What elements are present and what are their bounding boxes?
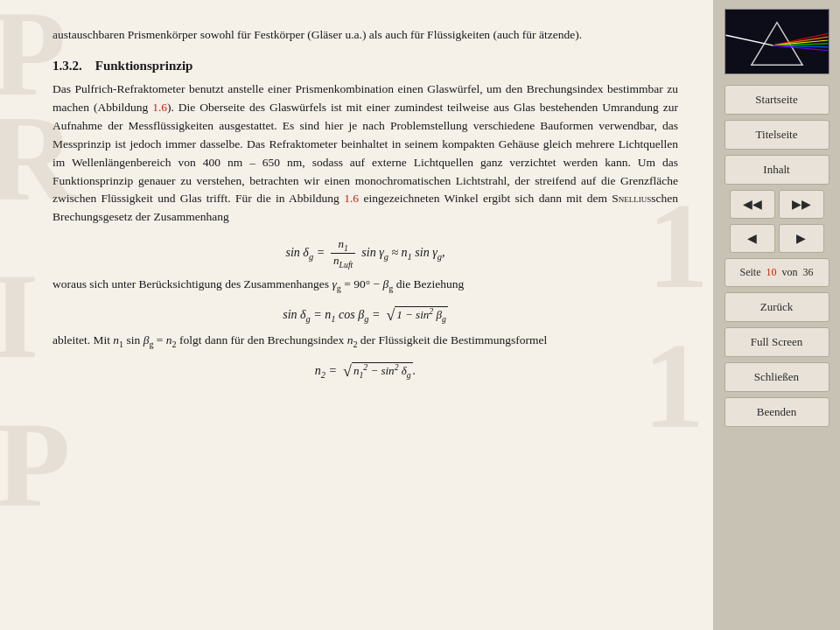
page-indicator: Seite 10 von 36 — [724, 258, 830, 287]
beenden-button[interactable]: Beenden — [724, 397, 830, 427]
page-separator: von — [782, 266, 798, 278]
content-area: P R I P 1 1 austauschbaren Prismenkörper… — [0, 0, 713, 630]
formula-3: n2 = √n12 − sin2 δg. — [52, 362, 678, 382]
intro-paragraph: austauschbaren Prismenkörper sowohl für … — [52, 26, 678, 45]
section-number: 1.3.2. — [52, 59, 82, 73]
schliessen-button[interactable]: Schließen — [724, 362, 830, 392]
forward-button[interactable]: ▶ — [779, 224, 824, 253]
page-label: Seite — [740, 266, 761, 278]
section-header: 1.3.2. Funktionsprinzip — [52, 59, 678, 74]
back-button[interactable]: ◀ — [730, 224, 775, 253]
sidebar: Startseite Titelseite Inhalt ◀◀ ▶▶ ◀ ▶ S… — [713, 0, 840, 630]
fast-nav-row: ◀◀ ▶▶ — [724, 190, 830, 219]
main-paragraph: Das Pulfrich-Refraktometer benutzt anste… — [52, 80, 678, 227]
fast-forward-button[interactable]: ▶▶ — [779, 190, 824, 219]
para-2: woraus sich unter Berücksichtigung des Z… — [52, 276, 678, 295]
full-screen-button[interactable]: Full Screen — [724, 327, 830, 357]
inhalt-button[interactable]: Inhalt — [724, 155, 830, 185]
formula-1: sin δg = n1 nLuft sin γg ≈ n1 sin γg, — [52, 237, 678, 269]
page-total: 36 — [803, 266, 814, 278]
ref-link-1: 1.6 — [152, 101, 167, 114]
startseite-button[interactable]: Startseite — [724, 85, 830, 115]
normal-nav-row: ◀ ▶ — [724, 224, 830, 253]
watermark-i1: P — [0, 394, 71, 535]
fast-back-button[interactable]: ◀◀ — [730, 190, 775, 219]
prism-image — [724, 9, 830, 74]
zurueck-button[interactable]: Zurück — [724, 292, 830, 322]
page-current: 10 — [766, 266, 777, 278]
titelseite-button[interactable]: Titelseite — [724, 120, 830, 150]
para-3: ableitet. Mit n1 sin βg = n2 folgt dann … — [52, 332, 678, 351]
formula-2: sin δg = n1 cos βg = √1 − sin2 βg — [52, 306, 678, 326]
watermark-r1: I — [0, 245, 38, 386]
section-title: Funktionsprinzip — [95, 59, 193, 73]
ref-link-2: 1.6 — [344, 192, 359, 205]
